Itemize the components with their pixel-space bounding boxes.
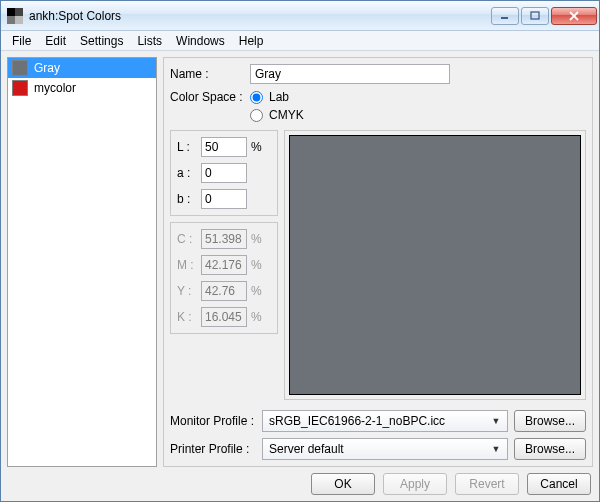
pct-label: % [251, 232, 263, 246]
menu-file[interactable]: File [5, 33, 38, 49]
chevron-down-icon: ▼ [489, 442, 503, 456]
pct-label: % [251, 140, 263, 154]
radio-lab-label: Lab [269, 90, 289, 104]
pct-label: % [251, 284, 263, 298]
svg-rect-1 [531, 12, 539, 19]
l-label: L : [177, 140, 197, 154]
menu-windows[interactable]: Windows [169, 33, 232, 49]
monitor-profile-combo[interactable]: sRGB_IEC61966-2-1_noBPC.icc ▼ [262, 410, 508, 432]
list-item-label: mycolor [34, 81, 76, 95]
k-input [201, 307, 247, 327]
preview-frame [284, 130, 586, 400]
pct-label: % [251, 310, 263, 324]
window-controls [491, 7, 597, 25]
a-label: a : [177, 166, 197, 180]
radio-cmyk-input[interactable] [250, 109, 263, 122]
menu-help[interactable]: Help [232, 33, 271, 49]
a-input[interactable] [201, 163, 247, 183]
name-input[interactable] [250, 64, 450, 84]
radio-cmyk-label: CMYK [269, 108, 304, 122]
menu-settings[interactable]: Settings [73, 33, 130, 49]
details-panel: Name : Color Space : Lab CMYK [163, 57, 593, 467]
radio-lab[interactable]: Lab [250, 90, 304, 104]
printer-profile-value: Server default [269, 442, 344, 456]
printer-browse-button[interactable]: Browse... [514, 438, 586, 460]
window: ankh:Spot Colors File Edit Settings List… [0, 0, 600, 502]
app-icon [7, 8, 23, 24]
maximize-button[interactable] [521, 7, 549, 25]
chevron-down-icon: ▼ [489, 414, 503, 428]
menu-edit[interactable]: Edit [38, 33, 73, 49]
y-input [201, 281, 247, 301]
k-label: K : [177, 310, 197, 324]
m-label: M : [177, 258, 197, 272]
radio-lab-input[interactable] [250, 91, 263, 104]
list-item-label: Gray [34, 61, 60, 75]
y-label: Y : [177, 284, 197, 298]
list-item[interactable]: mycolor [8, 78, 156, 98]
l-input[interactable] [201, 137, 247, 157]
color-swatch [12, 80, 28, 96]
name-label: Name : [170, 67, 250, 81]
window-title: ankh:Spot Colors [29, 9, 491, 23]
radio-cmyk[interactable]: CMYK [250, 108, 304, 122]
cancel-button[interactable]: Cancel [527, 473, 591, 495]
maximize-icon [530, 11, 540, 21]
main-row: Gray mycolor Name : Color Space : [7, 57, 593, 467]
apply-button: Apply [383, 473, 447, 495]
printer-profile-combo[interactable]: Server default ▼ [262, 438, 508, 460]
dialog-buttons: OK Apply Revert Cancel [7, 467, 593, 495]
menu-lists[interactable]: Lists [130, 33, 169, 49]
b-input[interactable] [201, 189, 247, 209]
list-item[interactable]: Gray [8, 58, 156, 78]
c-label: C : [177, 232, 197, 246]
menubar: File Edit Settings Lists Windows Help [1, 31, 599, 51]
minimize-button[interactable] [491, 7, 519, 25]
color-swatch [12, 60, 28, 76]
printer-profile-label: Printer Profile : [170, 442, 256, 456]
c-input [201, 229, 247, 249]
monitor-profile-label: Monitor Profile : [170, 414, 256, 428]
titlebar: ankh:Spot Colors [1, 1, 599, 31]
close-button[interactable] [551, 7, 597, 25]
cmyk-group: C :% M :% Y :% K :% [170, 222, 278, 334]
colorspace-label: Color Space : [170, 90, 250, 104]
revert-button: Revert [455, 473, 519, 495]
minimize-icon [500, 11, 510, 21]
monitor-profile-value: sRGB_IEC61966-2-1_noBPC.icc [269, 414, 445, 428]
b-label: b : [177, 192, 197, 206]
monitor-browse-button[interactable]: Browse... [514, 410, 586, 432]
pct-label: % [251, 258, 263, 272]
lab-group: L :% a : b : [170, 130, 278, 216]
close-icon [568, 11, 580, 21]
ok-button[interactable]: OK [311, 473, 375, 495]
client-area: Gray mycolor Name : Color Space : [1, 51, 599, 501]
color-list[interactable]: Gray mycolor [7, 57, 157, 467]
m-input [201, 255, 247, 275]
color-preview [289, 135, 581, 395]
